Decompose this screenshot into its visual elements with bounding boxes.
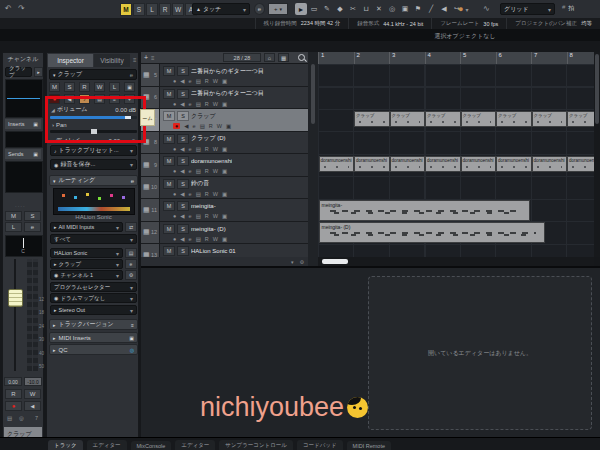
- status-field[interactable]: フレームレート 30 fps: [431, 18, 506, 29]
- sends-slots[interactable]: [5, 161, 43, 193]
- tab-inspector[interactable]: Inspector: [48, 54, 93, 67]
- grid-type-select[interactable]: # 拍: [562, 4, 574, 13]
- solo-button[interactable]: S: [177, 111, 189, 121]
- timebase-icon[interactable]: ▣: [222, 101, 227, 107]
- output-instrument-select[interactable]: HALion Sonic ▾: [50, 248, 123, 258]
- write-icon[interactable]: W: [217, 123, 222, 129]
- timebase-icon[interactable]: ▣: [226, 123, 231, 129]
- fader-track[interactable]: [14, 259, 16, 371]
- channel-mute-button[interactable]: M: [5, 211, 22, 221]
- keyboard-icon[interactable]: ▤: [7, 415, 12, 421]
- edit-channel-icon[interactable]: e: [189, 168, 192, 174]
- channel-route-icon[interactable]: ▸: [34, 67, 43, 77]
- track-name[interactable]: doramunoenshi: [191, 158, 232, 164]
- tool-button[interactable]: ⊔: [360, 3, 372, 15]
- record-enable-icon[interactable]: ●: [173, 101, 176, 107]
- stepper-icon[interactable]: ⇅: [132, 138, 136, 144]
- channel-edit-button[interactable]: e: [24, 222, 41, 232]
- mute-button[interactable]: M: [49, 82, 60, 92]
- edit-channel-icon[interactable]: e: [189, 101, 192, 107]
- track-name[interactable]: クラップ: [191, 112, 216, 121]
- mute-button[interactable]: M: [163, 111, 175, 121]
- tool-button[interactable]: ⚑: [412, 3, 424, 15]
- record-enable-button[interactable]: ●: [5, 401, 22, 411]
- tool-button[interactable]: ◎: [386, 3, 398, 15]
- solo-button[interactable]: S: [177, 246, 189, 256]
- automation-button[interactable]: L: [146, 3, 158, 16]
- midi-clip[interactable]: doramunoenshi: [425, 156, 461, 172]
- bottom-tab[interactable]: MixConsole: [131, 441, 172, 450]
- midi-clip[interactable]: doramunoenshi: [319, 156, 355, 172]
- monitor-icon[interactable]: ◀: [180, 101, 184, 107]
- midi-clip[interactable]: doramunoenshi: [461, 156, 497, 172]
- inspector-menu-icon[interactable]: ≡: [133, 57, 137, 63]
- home-icon[interactable]: ⌂: [264, 53, 275, 62]
- bottom-tab[interactable]: MIDI Remote: [347, 441, 391, 450]
- scrollbar-handle[interactable]: [595, 54, 599, 124]
- tab-visibility[interactable]: Visibility: [94, 54, 130, 67]
- write-icon[interactable]: W: [213, 191, 218, 197]
- tool-button[interactable]: ╱: [425, 3, 437, 15]
- record-enable-icon[interactable]: ●: [173, 146, 176, 152]
- record-enable-icon[interactable]: ●: [173, 213, 176, 219]
- qc-section[interactable]: ▸ QC ◎: [49, 344, 138, 355]
- track-name[interactable]: 二番目からのギター二つ目: [191, 89, 264, 98]
- write-icon[interactable]: W: [213, 146, 218, 152]
- track-row[interactable]: ▦ 11 M S meingita- ● ◀ e ▤ R W ▣: [141, 199, 308, 222]
- automation-button[interactable]: W: [172, 3, 184, 16]
- track-row[interactable]: ▦ 6 M S 二番目からのギター二つ目 ● ◀ e ▤ R W ▣: [141, 87, 308, 110]
- monitor-icon[interactable]: ◀: [180, 168, 184, 174]
- sends-section[interactable]: Sends ▣: [5, 149, 41, 159]
- mute-button[interactable]: M: [163, 134, 175, 144]
- scrollbar-handle[interactable]: [311, 64, 315, 124]
- undo-icon[interactable]: ↶: [5, 4, 12, 13]
- plugin-image[interactable]: [53, 188, 135, 215]
- edit-icon[interactable]: e: [131, 178, 134, 184]
- keyboard-icon[interactable]: ▤: [196, 78, 201, 84]
- monitor-icon[interactable]: ◀: [180, 78, 184, 84]
- color-tool[interactable]: ● ▾: [458, 4, 468, 14]
- snap-icon[interactable]: ∿: [483, 4, 490, 13]
- inspector-track-name[interactable]: ▾ クラップ e: [49, 69, 137, 80]
- edit-button[interactable]: e: [254, 3, 265, 15]
- record-enable-icon[interactable]: ●: [173, 236, 176, 242]
- snap-type-select[interactable]: グリッド ▾: [500, 3, 555, 15]
- tool-button[interactable]: ✕: [373, 3, 385, 15]
- keyboard-icon[interactable]: ▤: [125, 248, 137, 258]
- read-icon[interactable]: R: [205, 101, 209, 107]
- timebase-icon[interactable]: ▣: [222, 146, 227, 152]
- read-button[interactable]: R: [5, 389, 22, 399]
- solo-button[interactable]: S: [177, 89, 189, 99]
- tool-button[interactable]: ◆: [334, 3, 346, 15]
- mute-button[interactable]: M: [163, 201, 175, 211]
- read-icon[interactable]: R: [205, 146, 209, 152]
- midi-clip[interactable]: doramunoenshi: [567, 156, 594, 172]
- listen-button[interactable]: L: [109, 82, 120, 92]
- track-row[interactable]: ▦ 10 M S 鈴の音 ● ◀ e ▤ R W ▣: [141, 177, 308, 200]
- keyboard-icon[interactable]: ▤: [196, 236, 201, 242]
- program-selector[interactable]: プログラムセレクター ▾: [50, 282, 137, 292]
- chevron-down-icon[interactable]: ▾: [291, 259, 294, 265]
- search-icon[interactable]: [298, 54, 305, 61]
- track-preset-select[interactable]: ♪ トラックプリセット... ▾: [50, 145, 137, 156]
- track-name[interactable]: meingita- (D): [191, 226, 226, 232]
- midi-clip-gita-d[interactable]: meingita- (D): [319, 222, 545, 243]
- arrange-vscrollbar[interactable]: [594, 52, 600, 257]
- solo-button[interactable]: S: [177, 134, 189, 144]
- monitor-icon[interactable]: ◀: [180, 191, 184, 197]
- tool-button[interactable]: ▭: [308, 3, 320, 15]
- track-row[interactable]: ▦ 7 M S クラップ ● ◀ e ▤ R W ▣: [141, 109, 308, 132]
- add-track-button[interactable]: +: [144, 54, 148, 61]
- input-transformer-icon[interactable]: ⇄: [125, 222, 137, 232]
- freeze-icon[interactable]: ▣: [124, 82, 135, 92]
- track-versions-section[interactable]: ▸ トラックバージョン ≡: [49, 319, 138, 330]
- channel-listen-button[interactable]: L: [5, 222, 22, 232]
- record-enable-icon[interactable]: ●: [173, 78, 176, 84]
- midi-clip[interactable]: クラップ: [425, 111, 461, 127]
- monitor-icon[interactable]: ◀: [180, 236, 184, 242]
- keyboard-icon[interactable]: ▤: [196, 101, 201, 107]
- timebase-icon[interactable]: ▣: [222, 168, 227, 174]
- keyboard-icon[interactable]: ▤: [196, 146, 201, 152]
- automation-button[interactable]: S: [133, 3, 145, 16]
- record-enable-icon[interactable]: ●: [173, 123, 180, 129]
